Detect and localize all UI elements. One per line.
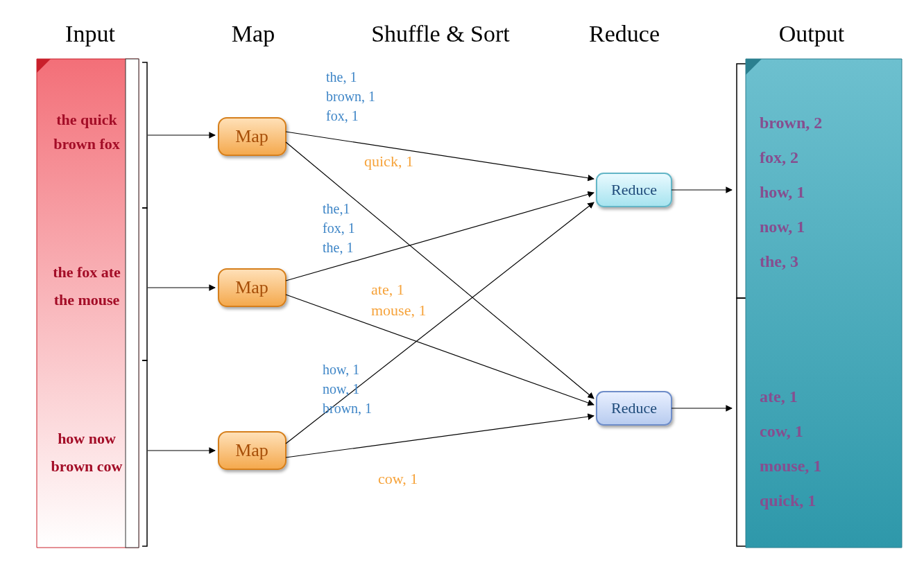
map-label-3: Map (235, 440, 268, 460)
kv-m3-orange: cow, 1 (378, 470, 418, 487)
out-g1-e: the, 3 (760, 252, 798, 270)
kv-m2-orange-a: ate, 1 (371, 281, 404, 298)
kv-m2-blue-c: the, 1 (323, 240, 353, 255)
out-g2-c: mouse, 1 (760, 457, 821, 475)
out-g1-d: now, 1 (760, 218, 805, 236)
kv-m1-orange: quick, 1 (364, 152, 413, 170)
out-g2-b: cow, 1 (760, 422, 803, 440)
input-chunk2-line2: the mouse (54, 291, 120, 308)
header-shuffle-sort: Shuffle & Sort (371, 21, 510, 46)
input-bracket-1 (142, 62, 147, 208)
kv-m1-blue-b: brown, 1 (326, 89, 375, 104)
arrow-map1-reduce2 (286, 142, 594, 399)
out-g1-b: fox, 2 (760, 148, 798, 166)
out-g1-c: how, 1 (760, 183, 805, 201)
svg-rect-0 (126, 59, 139, 548)
kv-m2-blue-a: the,1 (323, 201, 350, 216)
header-reduce: Reduce (589, 21, 660, 46)
out-g2-d: quick, 1 (760, 491, 816, 509)
output-bracket-1 (737, 64, 746, 298)
out-g1-a: brown, 2 (760, 114, 822, 132)
arrow-map3-reduce2 (286, 416, 594, 457)
kv-m2-blue-b: fox, 1 (323, 220, 355, 236)
kv-m2-orange-b: mouse, 1 (371, 302, 426, 319)
kv-m1-blue-a: the, 1 (326, 69, 357, 85)
reduce-label-1: Reduce (611, 181, 657, 198)
input-chunk3-line2: brown cow (51, 457, 123, 475)
header-output: Output (779, 21, 845, 46)
input-chunk3-line1: how now (58, 430, 116, 447)
out-g2-a: ate, 1 (760, 387, 798, 405)
input-bracket-3 (142, 360, 147, 546)
kv-m3-blue-a: how, 1 (323, 362, 359, 377)
output-bracket-2 (737, 298, 746, 546)
arrow-map1-reduce1 (286, 132, 594, 179)
kv-m3-blue-b: now, 1 (323, 381, 359, 396)
input-bracket-2 (142, 208, 147, 360)
input-chunk2-line1: the fox ate (53, 263, 121, 281)
map-label-1: Map (235, 126, 268, 146)
kv-m1-blue-c: fox, 1 (326, 108, 359, 123)
map-label-2: Map (235, 277, 268, 297)
input-chunk1-line1: the quick (56, 111, 117, 128)
mapreduce-diagram: Input Map Shuffle & Sort Reduce Output t… (0, 0, 924, 567)
header-map: Map (232, 21, 275, 46)
reduce-label-2: Reduce (611, 399, 657, 417)
input-chunk1-line2: brown fox (53, 135, 120, 152)
kv-m3-blue-c: brown, 1 (323, 401, 372, 416)
header-input: Input (65, 21, 115, 46)
